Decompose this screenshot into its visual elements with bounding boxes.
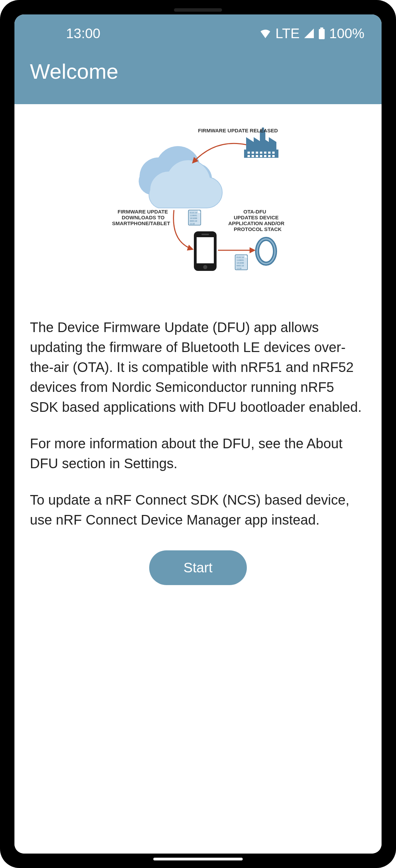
cloud-icon	[139, 146, 222, 208]
label-released: FIRMWARE UPDATE RELEASED	[198, 128, 278, 133]
svg-text:101000: 101000	[236, 262, 244, 264]
svg-rect-9	[264, 152, 266, 154]
arrow-released	[193, 143, 246, 163]
cta-container: Start	[30, 550, 366, 585]
status-bar: 13:00 LTE	[14, 14, 382, 52]
svg-rect-20	[197, 237, 214, 263]
svg-rect-15	[260, 155, 262, 157]
svg-rect-18	[272, 155, 275, 157]
description-p1: The Device Firmware Update (DFU) app all…	[30, 317, 366, 417]
start-button[interactable]: Start	[149, 550, 247, 585]
svg-text:1110: 1110	[190, 222, 195, 225]
svg-rect-12	[248, 155, 250, 157]
svg-text:010110: 010110	[236, 256, 244, 259]
svg-text:000110: 000110	[236, 264, 244, 267]
label-ota: OTA-DFU UPDATES DEVICE APPLICATION AND/O…	[228, 209, 286, 232]
gesture-bar[interactable]	[153, 858, 243, 860]
content: 010110 110001 101000 000110 1110 010110 …	[14, 104, 382, 854]
svg-text:101000: 101000	[190, 217, 197, 219]
description: The Device Firmware Update (DFU) app all…	[30, 317, 366, 530]
screen: 13:00 LTE	[14, 14, 382, 854]
svg-rect-1	[319, 29, 324, 39]
svg-text:1110: 1110	[236, 267, 242, 270]
svg-rect-7	[256, 152, 258, 154]
file-icon-2: 010110 110001 101000 000110 1110	[235, 255, 248, 270]
svg-rect-6	[252, 152, 254, 154]
title-bar: Welcome	[14, 52, 382, 104]
status-right: LTE 100%	[260, 26, 364, 41]
svg-text:000110: 000110	[190, 220, 197, 222]
svg-point-24	[257, 239, 275, 264]
svg-point-21	[203, 265, 207, 269]
svg-rect-8	[260, 152, 262, 154]
svg-text:110001: 110001	[190, 214, 197, 217]
svg-rect-16	[264, 155, 266, 157]
wifi-icon	[260, 29, 271, 38]
svg-rect-5	[248, 152, 250, 154]
dfu-illustration: 010110 110001 101000 000110 1110 010110 …	[30, 125, 366, 276]
device-frame: 13:00 LTE	[0, 0, 396, 868]
status-network: LTE	[275, 26, 299, 41]
svg-rect-10	[268, 152, 271, 154]
svg-rect-11	[272, 152, 275, 154]
app-header: 13:00 LTE	[14, 14, 382, 104]
description-p3: To update a nRF Connect SDK (NCS) based …	[30, 490, 366, 530]
svg-rect-17	[268, 155, 271, 157]
svg-text:110001: 110001	[236, 259, 244, 261]
svg-rect-0	[320, 28, 323, 29]
label-download: FIRMWARE UPDATE DOWNLOADS TO SMARTPHONE/…	[112, 209, 170, 226]
smartphone-icon	[194, 231, 217, 271]
earpiece	[174, 8, 222, 12]
cellular-icon	[304, 29, 314, 38]
file-icon-1: 010110 110001 101000 000110 1110	[188, 210, 201, 225]
description-p2: For more information about the DFU, see …	[30, 433, 366, 473]
svg-rect-22	[201, 234, 209, 235]
status-time: 13:00	[66, 26, 100, 41]
status-battery: 100%	[329, 26, 364, 41]
battery-icon	[318, 28, 325, 39]
page-title: Welcome	[30, 59, 366, 84]
svg-text:010110: 010110	[190, 211, 197, 214]
svg-rect-13	[252, 155, 254, 157]
svg-rect-14	[256, 155, 258, 157]
wearable-icon	[257, 239, 275, 264]
